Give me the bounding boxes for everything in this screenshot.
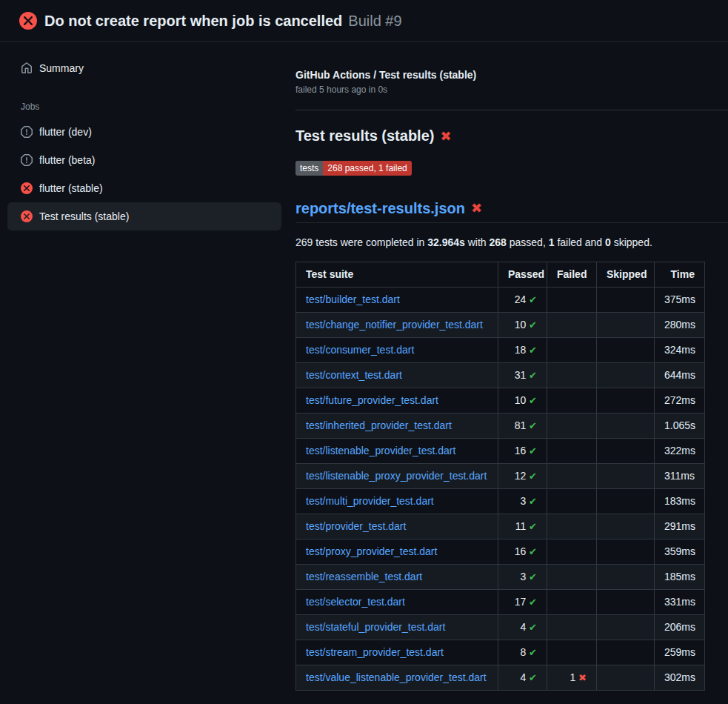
check-icon: ✔	[529, 420, 537, 431]
time-cell: 1.065s	[655, 414, 705, 439]
divider	[295, 110, 728, 110]
test-suite-link[interactable]: test/listenable_proxy_provider_test.dart	[306, 470, 487, 482]
sidebar-job-label: flutter (stable)	[39, 182, 103, 194]
check-run-title-text: Test results (stable)	[295, 127, 434, 145]
skipped-cell	[597, 640, 655, 665]
suite-cell: test/stream_provider_test.dart	[296, 640, 498, 665]
sidebar-job-item[interactable]: flutter (stable)	[7, 174, 281, 202]
sidebar-job-label: Test results (stable)	[39, 210, 129, 222]
summary-text: 269 tests were completed in	[295, 236, 427, 248]
failed-cell	[547, 615, 597, 640]
summary-text: with	[465, 236, 490, 248]
test-suite-link[interactable]: test/selector_test.dart	[306, 596, 405, 608]
sidebar-job-label: flutter (dev)	[39, 126, 92, 138]
passed-cell: 10 ✔	[498, 313, 547, 338]
badge-value: 268 passed, 1 failed	[323, 161, 411, 176]
failed-cell	[547, 388, 597, 414]
test-suite-link[interactable]: test/listenable_provider_test.dart	[306, 445, 455, 456]
test-suite-link[interactable]: test/provider_test.dart	[306, 520, 406, 532]
time-cell: 311ms	[655, 464, 705, 489]
skipped-cell	[597, 414, 655, 439]
test-suite-link[interactable]: test/builder_test.dart	[306, 293, 400, 305]
sidebar-job-item[interactable]: Test results (stable)	[7, 202, 281, 230]
x-circle-icon	[21, 182, 33, 194]
time-cell: 324ms	[655, 338, 705, 363]
table-row: test/future_provider_test.dart10 ✔272ms	[296, 388, 705, 414]
report-file-link[interactable]: reports/test-results.json	[295, 199, 465, 217]
table-row: test/stateful_provider_test.dart4 ✔206ms	[296, 615, 705, 640]
failed-cell	[547, 489, 597, 514]
failed-cell	[547, 439, 597, 464]
check-run-title: Test results (stable) ✖	[295, 127, 728, 145]
jobs-heading: Jobs	[21, 102, 281, 112]
suite-cell: test/change_notifier_provider_test.dart	[296, 313, 498, 338]
table-row: test/consumer_test.dart18 ✔324ms	[296, 338, 705, 363]
table-row: test/change_notifier_provider_test.dart1…	[296, 313, 705, 338]
failed-cell	[547, 338, 597, 363]
failed-cell	[547, 363, 597, 388]
sidebar-summary-label: Summary	[39, 62, 84, 74]
table-row: test/listenable_proxy_provider_test.dart…	[296, 464, 705, 489]
check-icon: ✔	[529, 571, 537, 582]
suite-cell: test/context_test.dart	[296, 363, 498, 388]
skipped-cell	[597, 313, 655, 338]
x-circle-icon	[21, 210, 33, 222]
test-suite-link[interactable]: test/consumer_test.dart	[306, 344, 414, 356]
column-header: Failed	[547, 262, 597, 288]
table-row: test/builder_test.dart24 ✔375ms	[296, 288, 705, 313]
table-row: test/context_test.dart31 ✔644ms	[296, 363, 705, 388]
test-suite-link[interactable]: test/value_listenable_provider_test.dart	[306, 671, 487, 683]
skipped-cell	[597, 288, 655, 313]
run-header: Do not create report when job is cancell…	[0, 0, 728, 42]
summary-passed-count: 268	[490, 236, 507, 248]
test-suite-link[interactable]: test/context_test.dart	[306, 369, 402, 381]
time-cell: 359ms	[655, 539, 705, 565]
column-header: Time	[655, 262, 705, 288]
x-icon: ✖	[578, 672, 587, 683]
sidebar-job-item[interactable]: flutter (dev)	[7, 118, 281, 146]
skipped-cell	[597, 363, 655, 388]
skipped-cell	[597, 489, 655, 514]
table-row: test/selector_test.dart17 ✔331ms	[296, 590, 705, 615]
failed-cell	[547, 590, 597, 615]
tests-badge[interactable]: tests 268 passed, 1 failed	[295, 161, 412, 176]
sidebar-item-summary[interactable]: Summary	[7, 54, 281, 82]
time-cell: 302ms	[655, 665, 705, 691]
check-icon: ✔	[529, 672, 537, 683]
test-suite-link[interactable]: test/stateful_provider_test.dart	[306, 621, 445, 633]
suite-cell: test/proxy_provider_test.dart	[296, 539, 498, 565]
breadcrumb: GitHub Actions / Test results (stable)	[295, 69, 728, 81]
check-icon: ✔	[529, 496, 537, 507]
check-icon: ✔	[529, 521, 537, 532]
summary-skipped-count: 0	[605, 236, 611, 248]
check-icon: ✔	[529, 294, 537, 305]
passed-cell: 4 ✔	[498, 665, 547, 691]
skipped-cell	[597, 665, 655, 691]
sidebar-job-item[interactable]: flutter (beta)	[7, 146, 281, 174]
table-row: test/multi_provider_test.dart3 ✔183ms	[296, 489, 705, 514]
suite-cell: test/future_provider_test.dart	[296, 388, 498, 414]
passed-cell: 17 ✔	[498, 590, 547, 615]
time-cell: 322ms	[655, 439, 705, 464]
test-suite-link[interactable]: test/inherited_provider_test.dart	[306, 419, 452, 431]
test-summary-line: 269 tests were completed in 32.964s with…	[295, 236, 728, 248]
test-suite-link[interactable]: test/reassemble_test.dart	[306, 571, 422, 582]
suite-cell: test/consumer_test.dart	[296, 338, 498, 363]
table-row: test/proxy_provider_test.dart16 ✔359ms	[296, 539, 705, 565]
failed-cell	[547, 464, 597, 489]
check-icon: ✔	[529, 471, 537, 482]
suite-cell: test/multi_provider_test.dart	[296, 489, 498, 514]
time-cell: 206ms	[655, 615, 705, 640]
skipped-cell	[597, 565, 655, 590]
test-suite-link[interactable]: test/change_notifier_provider_test.dart	[306, 319, 483, 331]
failed-x-icon: ✖	[471, 202, 482, 215]
summary-duration: 32.964s	[427, 236, 465, 248]
test-suite-link[interactable]: test/multi_provider_test.dart	[306, 495, 434, 507]
test-suite-link[interactable]: test/future_provider_test.dart	[306, 394, 438, 406]
suite-cell: test/value_listenable_provider_test.dart	[296, 665, 498, 691]
test-suite-link[interactable]: test/proxy_provider_test.dart	[306, 545, 437, 557]
test-suite-link[interactable]: test/stream_provider_test.dart	[306, 646, 444, 658]
column-header: Test suite	[296, 262, 498, 288]
skipped-cell	[597, 439, 655, 464]
table-row: test/listenable_provider_test.dart16 ✔32…	[296, 439, 705, 464]
